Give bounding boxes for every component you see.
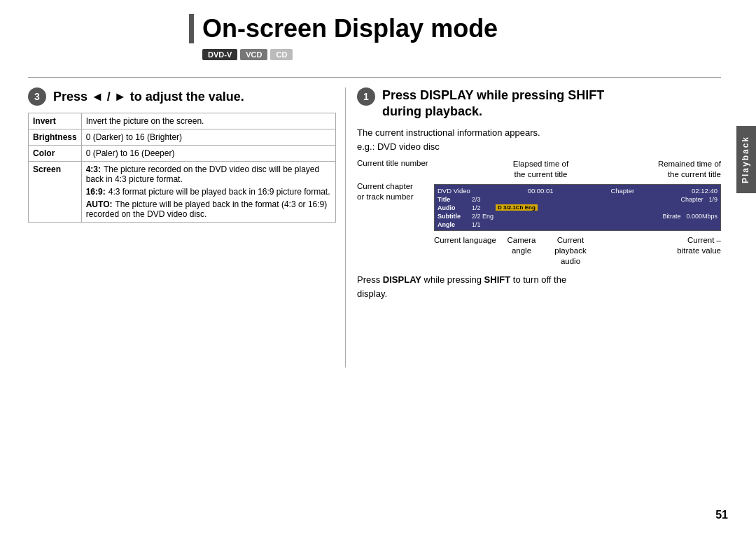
osd-diagram: Current title number Elapsed time ofthe … xyxy=(357,159,721,267)
osd-title-val: 2/3 xyxy=(472,196,493,203)
table-row: Screen 4:3:The picture recorded on the D… xyxy=(29,162,336,223)
desc-invert: Invert the picture on the screen. xyxy=(81,113,335,129)
anno-playback: Current playbackaudio xyxy=(542,235,598,267)
table-row: Brightness 0 (Darker) to 16 (Brighter) xyxy=(29,129,336,146)
anno-camera: Cameraangle xyxy=(500,235,542,267)
osd-audio-val: 1/2 xyxy=(472,204,493,211)
anno-top-row: Current title number Elapsed time ofthe … xyxy=(357,159,721,180)
osd-screen: DVD Video 00:00:01 Chapter 02:12:40 Titl… xyxy=(434,184,721,231)
divider xyxy=(28,77,721,78)
label-brightness: Brightness xyxy=(29,129,82,146)
label-invert: Invert xyxy=(29,113,82,129)
note-display: DISPLAY xyxy=(383,274,421,285)
osd-subtitle-val: 2/2 Eng xyxy=(472,213,493,220)
osd-title-label: Title xyxy=(438,196,469,203)
osd-angle-label: Angle xyxy=(438,221,469,228)
desc-screen: 4:3:The picture recorded on the DVD vide… xyxy=(81,162,335,223)
title-area: On-screen Display mode DVD-V VCD CD xyxy=(189,14,721,60)
table-row: Color 0 (Paler) to 16 (Deeper) xyxy=(29,146,336,162)
note-pre: Press xyxy=(357,274,383,285)
osd-row-5: Angle 1/1 xyxy=(435,220,720,229)
osd-screen-wrapper: DVD Video 00:00:01 Chapter 02:12:40 Titl… xyxy=(434,181,721,234)
osd-row-4: Subtitle 2/2 Eng Bitrate 0.000Mbps xyxy=(435,212,720,220)
anno-chapter-row: Current chapteror track number DVD Video… xyxy=(357,181,721,234)
osd-subtitle-label: Subtitle xyxy=(438,213,469,220)
left-section: 3 Press ◄ / ► to adjust the value. Inver… xyxy=(28,87,336,223)
label-screen: Screen xyxy=(29,162,82,223)
anno-below-row: Current language Cameraangle Current pla… xyxy=(357,235,721,267)
vertical-separator xyxy=(345,87,346,367)
step3-title: Press ◄ / ► to adjust the value. xyxy=(53,90,244,104)
osd-row-1: DVD Video 00:00:01 Chapter 02:12:40 xyxy=(435,186,720,195)
osd-time2: 02:12:40 xyxy=(692,187,718,195)
osd-label-dvd: DVD Video xyxy=(438,187,470,195)
osd-chapter-label2: Chapter xyxy=(680,196,703,203)
anno-elapsed: Elapsed time ofthe current title xyxy=(434,159,648,180)
bottom-note: Press DISPLAY while pressing SHIFT to tu… xyxy=(357,273,721,300)
step3-circle: 3 xyxy=(28,87,46,106)
badge-dvdv: DVD-V xyxy=(202,49,237,60)
osd-time1: 00:00:01 xyxy=(528,187,554,195)
right-section: 1 Press DISPLAY while pressing SHIFTduri… xyxy=(357,87,721,300)
page-title: On-screen Display mode xyxy=(189,14,721,43)
desc-brightness: 0 (Darker) to 16 (Brighter) xyxy=(81,129,335,146)
anno-chapter: Current chapteror track number xyxy=(357,181,434,202)
step1-desc: The current instructional information ap… xyxy=(357,127,721,138)
osd-audio-box: D 3/2.1Ch Eng xyxy=(496,204,538,211)
osd-bitrate-val: 0.000Mbps xyxy=(686,213,718,220)
anno-remained: Remained time ofthe current title xyxy=(648,159,721,180)
badge-cd: CD xyxy=(270,49,293,60)
playback-tab: Playback xyxy=(736,126,756,193)
step1-circle: 1 xyxy=(357,87,375,106)
osd-chapter-label: Chapter xyxy=(610,187,634,195)
step1-title: Press DISPLAY while pressing SHIFTduring… xyxy=(382,87,604,120)
note-shift: SHIFT xyxy=(484,274,511,285)
label-color: Color xyxy=(29,146,82,162)
step3-header: 3 Press ◄ / ► to adjust the value. xyxy=(28,87,336,106)
table-row: Invert Invert the picture on the screen. xyxy=(29,113,336,129)
step1-header: 1 Press DISPLAY while pressing SHIFTduri… xyxy=(357,87,721,120)
page-number: 51 xyxy=(715,509,728,521)
osd-bitrate-label: Bitrate xyxy=(662,213,680,220)
desc-color: 0 (Paler) to 16 (Deeper) xyxy=(81,146,335,162)
settings-table: Invert Invert the picture on the screen.… xyxy=(28,113,336,223)
osd-angle-val: 1/1 xyxy=(472,221,493,228)
osd-audio-label: Audio xyxy=(438,204,469,211)
example-label: e.g.: DVD video disc xyxy=(357,141,721,152)
osd-row-3: Audio 1/2 D 3/2.1Ch Eng xyxy=(435,204,720,212)
anno-lang: Current language xyxy=(434,235,500,267)
badge-vcd: VCD xyxy=(240,49,267,60)
osd-row-2: Title 2/3 Chapter 1/9 xyxy=(435,195,720,204)
anno-bitrate: Current –bitrate value xyxy=(598,235,721,267)
note-mid: while pressing xyxy=(421,274,484,285)
anno-title-number: Current title number xyxy=(357,159,434,180)
osd-chapter-val: 1/9 xyxy=(708,196,718,203)
badge-row: DVD-V VCD CD xyxy=(202,49,721,60)
